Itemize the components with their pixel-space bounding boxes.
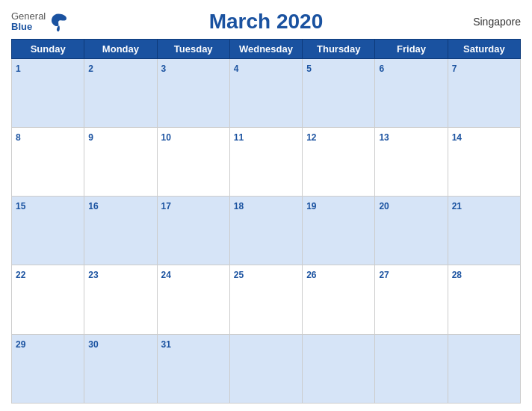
day-number: 9 — [88, 132, 93, 143]
calendar-cell: 23 — [84, 265, 157, 334]
day-number: 24 — [161, 270, 171, 280]
day-number: 16 — [88, 201, 98, 211]
day-header-tuesday: Tuesday — [157, 39, 229, 58]
calendar-cell: 9 — [84, 127, 157, 196]
calendar-cell: 17 — [157, 197, 229, 265]
day-number: 27 — [379, 270, 389, 280]
calendar-cell — [303, 334, 375, 403]
calendar-cell: 16 — [84, 197, 157, 265]
calendar-cell: 1 — [12, 58, 84, 127]
month-title: March 2020 — [209, 10, 324, 34]
day-number: 12 — [306, 132, 316, 143]
day-number: 6 — [379, 64, 384, 74]
calendar-cell: 7 — [448, 58, 520, 127]
calendar-cell: 31 — [157, 334, 229, 403]
logo-general-text: General — [11, 11, 46, 22]
day-header-monday: Monday — [84, 39, 157, 58]
day-number: 4 — [234, 64, 239, 74]
calendar-cell: 22 — [12, 265, 84, 334]
calendar-cell: 10 — [157, 127, 229, 196]
day-header-friday: Friday — [375, 39, 448, 58]
calendar-cell: 26 — [303, 265, 375, 334]
day-number: 29 — [16, 339, 25, 350]
calendar-cell: 24 — [157, 265, 229, 334]
day-header-wednesday: Wednesday — [229, 39, 302, 58]
calendar-cell: 25 — [229, 265, 302, 334]
calendar-week-row: 293031 — [12, 334, 521, 403]
day-number: 1 — [16, 64, 21, 74]
logo-blue-text: Blue — [11, 22, 46, 32]
calendar-cell: 4 — [229, 58, 302, 127]
day-number: 2 — [88, 64, 93, 74]
calendar-cell: 27 — [375, 265, 448, 334]
day-number: 22 — [16, 270, 25, 280]
day-number: 20 — [379, 201, 389, 211]
calendar-cell: 5 — [303, 58, 375, 127]
calendar-cell — [375, 334, 448, 403]
day-number: 10 — [161, 132, 171, 143]
day-number: 25 — [234, 270, 244, 280]
calendar-cell: 3 — [157, 58, 229, 127]
day-number: 13 — [379, 132, 389, 143]
calendar-cell: 8 — [12, 127, 84, 196]
country-label: Singapore — [473, 16, 521, 28]
calendar-cell: 14 — [448, 127, 520, 196]
day-number: 19 — [306, 201, 316, 211]
calendar-cell: 30 — [84, 334, 157, 403]
day-number: 30 — [88, 339, 98, 350]
day-number: 7 — [452, 64, 457, 74]
calendar-week-row: 22232425262728 — [12, 265, 521, 334]
day-number: 5 — [306, 64, 312, 74]
calendar-cell: 20 — [375, 197, 448, 265]
calendar-cell: 12 — [303, 127, 375, 196]
day-number: 23 — [88, 270, 98, 280]
logo: General Blue — [11, 11, 69, 33]
day-number: 15 — [16, 201, 25, 211]
calendar-cell: 18 — [229, 197, 302, 265]
calendar-cell: 15 — [12, 197, 84, 265]
calendar-header-row: SundayMondayTuesdayWednesdayThursdayFrid… — [12, 39, 521, 58]
day-number: 14 — [452, 132, 462, 143]
calendar-week-row: 1234567 — [12, 58, 521, 127]
day-number: 31 — [161, 339, 171, 350]
calendar-table: SundayMondayTuesdayWednesdayThursdayFrid… — [11, 39, 521, 404]
logo-bird-icon — [48, 11, 69, 32]
day-header-thursday: Thursday — [303, 39, 375, 58]
calendar-cell: 21 — [448, 197, 520, 265]
day-number: 26 — [306, 270, 316, 280]
calendar-cell: 11 — [229, 127, 302, 196]
calendar-header: General Blue March 2020 Singapore — [11, 7, 521, 39]
day-number: 28 — [452, 270, 462, 280]
calendar-cell: 6 — [375, 58, 448, 127]
calendar-cell — [229, 334, 302, 403]
calendar-cell: 13 — [375, 127, 448, 196]
calendar-cell: 2 — [84, 58, 157, 127]
day-number: 8 — [16, 132, 21, 143]
day-header-saturday: Saturday — [448, 39, 520, 58]
day-number: 21 — [452, 201, 462, 211]
day-number: 17 — [161, 201, 171, 211]
calendar-cell — [448, 334, 520, 403]
calendar-cell: 28 — [448, 265, 520, 334]
day-header-sunday: Sunday — [12, 39, 84, 58]
calendar-week-row: 15161718192021 — [12, 197, 521, 265]
calendar-week-row: 891011121314 — [12, 127, 521, 196]
day-number: 3 — [161, 64, 167, 74]
calendar-cell: 19 — [303, 197, 375, 265]
day-number: 18 — [234, 201, 244, 211]
calendar-cell: 29 — [12, 334, 84, 403]
day-number: 11 — [234, 132, 244, 143]
